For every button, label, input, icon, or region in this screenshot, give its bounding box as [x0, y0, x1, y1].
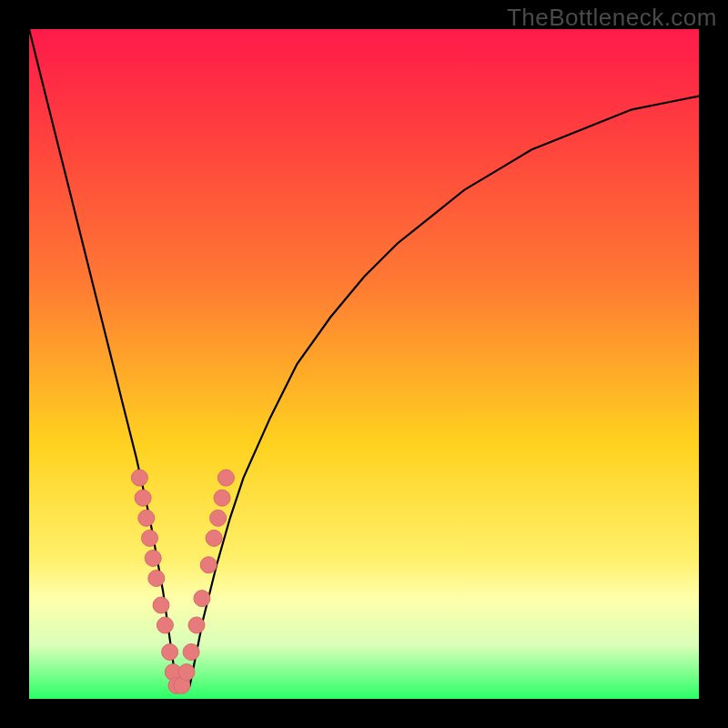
- curve-marker: [194, 591, 210, 607]
- curve-marker: [183, 644, 199, 661]
- plot-area: [29, 29, 699, 699]
- watermark-text: TheBottleneck.com: [507, 4, 717, 32]
- curve-marker: [210, 510, 227, 526]
- curve-marker: [145, 550, 161, 566]
- curve-layer: [29, 29, 699, 699]
- curve-markers: [131, 470, 234, 693]
- curve-marker: [153, 597, 169, 613]
- curve-marker: [148, 571, 165, 587]
- curve-marker: [135, 490, 151, 506]
- curve-marker: [206, 530, 222, 546]
- chart-frame: TheBottleneck.com: [0, 0, 728, 728]
- curve-marker: [142, 530, 158, 546]
- curve-marker: [200, 557, 217, 573]
- curve-marker: [217, 470, 234, 486]
- curve-marker: [162, 644, 178, 661]
- curve-marker: [138, 510, 155, 526]
- curve-marker: [188, 617, 205, 633]
- bottleneck-curve: [29, 29, 699, 685]
- curve-marker: [178, 664, 195, 681]
- curve-marker: [214, 490, 230, 506]
- curve-marker: [157, 617, 173, 633]
- curve-marker: [131, 470, 147, 486]
